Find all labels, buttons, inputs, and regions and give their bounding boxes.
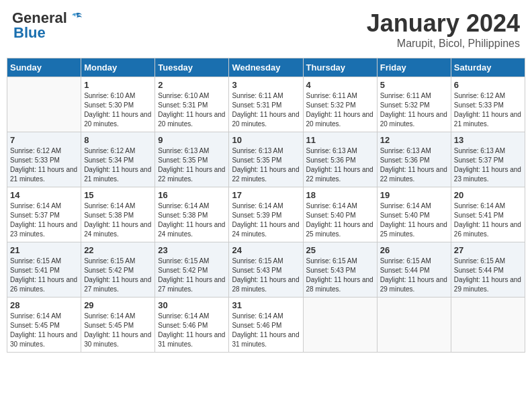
day-number: 18 — [306, 190, 374, 200]
calendar-cell: 4Sunrise: 6:11 AMSunset: 5:32 PMDaylight… — [303, 77, 377, 132]
logo-text-blue: Blue — [13, 24, 46, 42]
day-number: 12 — [380, 135, 448, 145]
calendar-cell — [7, 77, 81, 132]
day-info: Sunrise: 6:14 AMSunset: 5:39 PMDaylight:… — [232, 201, 300, 239]
day-number: 20 — [454, 190, 522, 200]
calendar-week-4: 21Sunrise: 6:15 AMSunset: 5:41 PMDayligh… — [7, 242, 525, 298]
calendar-cell: 27Sunrise: 6:15 AMSunset: 5:44 PMDayligh… — [451, 242, 525, 298]
weekday-header-monday: Monday — [81, 58, 155, 77]
calendar-cell — [303, 298, 377, 353]
day-number: 4 — [306, 80, 374, 90]
calendar-cell: 23Sunrise: 6:15 AMSunset: 5:42 PMDayligh… — [155, 242, 229, 298]
day-number: 21 — [10, 245, 78, 255]
day-info: Sunrise: 6:15 AMSunset: 5:43 PMDaylight:… — [232, 257, 300, 294]
day-number: 29 — [84, 300, 152, 310]
header: General Blue January 2024 Marupit, Bicol… — [7, 7, 525, 52]
day-number: 3 — [232, 80, 300, 90]
day-number: 28 — [10, 300, 78, 310]
calendar-cell: 10Sunrise: 6:13 AMSunset: 5:35 PMDayligh… — [229, 132, 303, 187]
day-info: Sunrise: 6:14 AMSunset: 5:37 PMDaylight:… — [10, 201, 78, 239]
calendar-cell: 3Sunrise: 6:11 AMSunset: 5:31 PMDaylight… — [229, 77, 303, 132]
calendar-cell: 19Sunrise: 6:14 AMSunset: 5:40 PMDayligh… — [377, 187, 451, 242]
location-title: Marupit, Bicol, Philippines — [367, 38, 520, 50]
calendar-week-5: 28Sunrise: 6:14 AMSunset: 5:45 PMDayligh… — [7, 298, 525, 353]
day-info: Sunrise: 6:15 AMSunset: 5:42 PMDaylight:… — [84, 257, 152, 294]
weekday-header-tuesday: Tuesday — [155, 58, 229, 77]
calendar-cell: 22Sunrise: 6:15 AMSunset: 5:42 PMDayligh… — [81, 242, 155, 298]
day-info: Sunrise: 6:13 AMSunset: 5:35 PMDaylight:… — [232, 146, 300, 184]
day-info: Sunrise: 6:14 AMSunset: 5:38 PMDaylight:… — [84, 201, 152, 239]
day-info: Sunrise: 6:12 AMSunset: 5:33 PMDaylight:… — [454, 91, 522, 129]
day-info: Sunrise: 6:14 AMSunset: 5:40 PMDaylight:… — [306, 201, 374, 239]
weekday-header-saturday: Saturday — [451, 58, 525, 77]
weekday-header-thursday: Thursday — [303, 58, 377, 77]
day-number: 19 — [380, 190, 448, 200]
day-number: 17 — [232, 190, 300, 200]
day-number: 9 — [158, 135, 226, 145]
calendar-cell: 1Sunrise: 6:10 AMSunset: 5:30 PMDaylight… — [81, 77, 155, 132]
day-number: 1 — [84, 80, 152, 90]
calendar-cell: 26Sunrise: 6:15 AMSunset: 5:44 PMDayligh… — [377, 242, 451, 298]
logo: General Blue — [12, 9, 83, 42]
day-info: Sunrise: 6:11 AMSunset: 5:31 PMDaylight:… — [232, 91, 300, 129]
day-info: Sunrise: 6:14 AMSunset: 5:40 PMDaylight:… — [380, 201, 448, 239]
day-info: Sunrise: 6:12 AMSunset: 5:34 PMDaylight:… — [84, 146, 152, 184]
day-info: Sunrise: 6:15 AMSunset: 5:43 PMDaylight:… — [306, 257, 374, 294]
weekday-header-sunday: Sunday — [7, 58, 81, 77]
day-number: 8 — [84, 135, 152, 145]
day-number: 30 — [158, 300, 226, 310]
calendar-cell: 13Sunrise: 6:13 AMSunset: 5:37 PMDayligh… — [451, 132, 525, 187]
calendar-week-1: 1Sunrise: 6:10 AMSunset: 5:30 PMDaylight… — [7, 77, 525, 132]
calendar-cell: 7Sunrise: 6:12 AMSunset: 5:33 PMDaylight… — [7, 132, 81, 187]
day-number: 2 — [158, 80, 226, 90]
day-info: Sunrise: 6:14 AMSunset: 5:38 PMDaylight:… — [158, 201, 226, 239]
calendar-cell: 25Sunrise: 6:15 AMSunset: 5:43 PMDayligh… — [303, 242, 377, 298]
day-number: 13 — [454, 135, 522, 145]
calendar-cell: 6Sunrise: 6:12 AMSunset: 5:33 PMDaylight… — [451, 77, 525, 132]
day-info: Sunrise: 6:10 AMSunset: 5:31 PMDaylight:… — [158, 91, 226, 129]
weekday-header-wednesday: Wednesday — [229, 58, 303, 77]
day-info: Sunrise: 6:13 AMSunset: 5:35 PMDaylight:… — [158, 146, 226, 184]
calendar-week-2: 7Sunrise: 6:12 AMSunset: 5:33 PMDaylight… — [7, 132, 525, 187]
calendar-cell: 5Sunrise: 6:11 AMSunset: 5:32 PMDaylight… — [377, 77, 451, 132]
calendar-cell: 12Sunrise: 6:13 AMSunset: 5:36 PMDayligh… — [377, 132, 451, 187]
calendar-cell: 29Sunrise: 6:14 AMSunset: 5:45 PMDayligh… — [81, 298, 155, 353]
day-number: 26 — [380, 245, 448, 255]
day-info: Sunrise: 6:14 AMSunset: 5:45 PMDaylight:… — [10, 312, 78, 349]
day-number: 22 — [84, 245, 152, 255]
day-number: 11 — [306, 135, 374, 145]
weekday-header-friday: Friday — [377, 58, 451, 77]
calendar-table: SundayMondayTuesdayWednesdayThursdayFrid… — [7, 58, 525, 353]
day-info: Sunrise: 6:11 AMSunset: 5:32 PMDaylight:… — [306, 91, 374, 129]
day-number: 5 — [380, 80, 448, 90]
calendar-week-3: 14Sunrise: 6:14 AMSunset: 5:37 PMDayligh… — [7, 187, 525, 242]
calendar-cell: 8Sunrise: 6:12 AMSunset: 5:34 PMDaylight… — [81, 132, 155, 187]
calendar-cell: 17Sunrise: 6:14 AMSunset: 5:39 PMDayligh… — [229, 187, 303, 242]
calendar-cell — [451, 298, 525, 353]
calendar-cell: 11Sunrise: 6:13 AMSunset: 5:36 PMDayligh… — [303, 132, 377, 187]
day-info: Sunrise: 6:10 AMSunset: 5:30 PMDaylight:… — [84, 91, 152, 129]
day-number: 23 — [158, 245, 226, 255]
day-info: Sunrise: 6:11 AMSunset: 5:32 PMDaylight:… — [380, 91, 448, 129]
day-info: Sunrise: 6:14 AMSunset: 5:41 PMDaylight:… — [454, 201, 522, 239]
calendar-cell — [377, 298, 451, 353]
calendar-cell: 31Sunrise: 6:14 AMSunset: 5:46 PMDayligh… — [229, 298, 303, 353]
day-number: 15 — [84, 190, 152, 200]
day-info: Sunrise: 6:14 AMSunset: 5:46 PMDaylight:… — [158, 312, 226, 349]
day-number: 25 — [306, 245, 374, 255]
day-info: Sunrise: 6:14 AMSunset: 5:46 PMDaylight:… — [232, 312, 300, 349]
calendar-header-row: SundayMondayTuesdayWednesdayThursdayFrid… — [7, 58, 525, 77]
calendar-cell: 21Sunrise: 6:15 AMSunset: 5:41 PMDayligh… — [7, 242, 81, 298]
day-info: Sunrise: 6:15 AMSunset: 5:42 PMDaylight:… — [158, 257, 226, 294]
day-number: 7 — [10, 135, 78, 145]
day-info: Sunrise: 6:14 AMSunset: 5:45 PMDaylight:… — [84, 312, 152, 349]
day-number: 10 — [232, 135, 300, 145]
calendar-cell: 28Sunrise: 6:14 AMSunset: 5:45 PMDayligh… — [7, 298, 81, 353]
calendar-cell: 15Sunrise: 6:14 AMSunset: 5:38 PMDayligh… — [81, 187, 155, 242]
day-number: 27 — [454, 245, 522, 255]
day-number: 31 — [232, 300, 300, 310]
day-number: 14 — [10, 190, 78, 200]
day-info: Sunrise: 6:12 AMSunset: 5:33 PMDaylight:… — [10, 146, 78, 184]
calendar-cell: 16Sunrise: 6:14 AMSunset: 5:38 PMDayligh… — [155, 187, 229, 242]
day-info: Sunrise: 6:13 AMSunset: 5:37 PMDaylight:… — [454, 146, 522, 184]
